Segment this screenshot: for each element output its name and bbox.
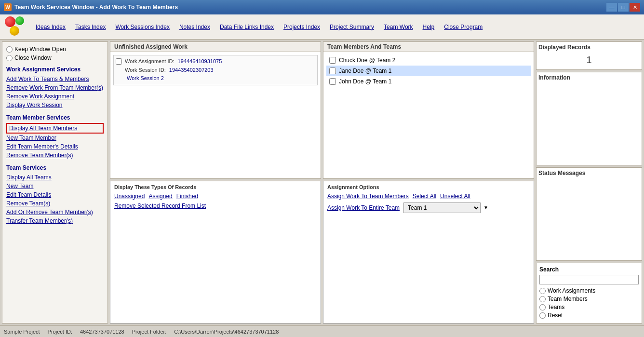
work-assignment-id-label: Work Assignment ID: xyxy=(125,58,174,64)
right-panel: Displayed Records 1 Information Status M… xyxy=(536,41,642,324)
sidebar-remove-team-members[interactable]: Remove Team Member(s) xyxy=(6,151,104,160)
type-assigned[interactable]: Assigned xyxy=(148,193,172,200)
sidebar-edit-team-details[interactable]: Edit Team Details xyxy=(6,190,104,199)
sidebar-remove-teams[interactable]: Remove Team(s) xyxy=(6,199,104,208)
work-assignment-id-value: 194446410931075 xyxy=(178,58,222,64)
status-messages-box: Status Messages xyxy=(536,167,642,261)
team-member-checkbox-1[interactable] xyxy=(329,67,336,74)
search-work-assignments-radio[interactable]: Work Assignments xyxy=(539,287,639,294)
unfinished-work-panel: Unfinished Assigned Work Work Assignment… xyxy=(110,41,321,179)
displayed-records-title: Displayed Records xyxy=(538,44,640,51)
close-window-radio[interactable]: Close Window xyxy=(6,54,104,61)
team-members-title: Team Members And Teams xyxy=(323,42,534,52)
title-bar: W Team Work Services Window - Add Work T… xyxy=(0,0,644,14)
search-reset-radio[interactable]: Reset xyxy=(539,312,639,319)
sidebar-remove-work-assignment[interactable]: Remove Work Assignment xyxy=(6,92,104,101)
sidebar-display-work-session[interactable]: Display Work Session xyxy=(6,101,104,109)
left-column: Unfinished Assigned Work Work Assignment… xyxy=(110,41,321,324)
menu-notes-index[interactable]: Notes Index xyxy=(175,22,214,32)
sidebar-transfer-team-members[interactable]: Transfer Team Member(s) xyxy=(6,216,104,225)
center-columns: Unfinished Assigned Work Work Assignment… xyxy=(110,41,534,324)
remove-selected-record[interactable]: Remove Selected Record From List xyxy=(114,202,317,209)
information-box: Information xyxy=(536,72,642,165)
status-bar: Sample Project Project ID: 4642737370711… xyxy=(0,325,644,337)
search-team-members-radio[interactable]: Team Members xyxy=(539,296,639,302)
work-session-id-value: 194435402307203 xyxy=(169,67,214,73)
menu-ideas-index[interactable]: Ideas Index xyxy=(32,22,69,32)
search-box: Search Work Assignments Team Members Tea… xyxy=(536,263,642,324)
unfinished-work-body: Work Assignment ID: 194446410931075 Work… xyxy=(110,52,321,178)
menu-tasks-index[interactable]: Tasks Index xyxy=(71,22,109,32)
team-services-title: Team Services xyxy=(6,164,104,171)
menu-bar: Ideas Index Tasks Index Work Sessions In… xyxy=(0,14,644,40)
search-title: Search xyxy=(539,266,639,273)
menu-projects-index[interactable]: Projects Index xyxy=(280,22,324,32)
team-select[interactable]: Team 1 Team 2 Team 3 xyxy=(403,202,481,213)
center-area: Unfinished Assigned Work Work Assignment… xyxy=(110,41,534,324)
maximize-button[interactable]: □ xyxy=(618,3,629,12)
work-record-checkbox[interactable] xyxy=(116,58,122,65)
app-logo xyxy=(5,16,26,38)
team-member-name-0: Chuck Doe @ Team 2 xyxy=(339,57,395,64)
right-column: Team Members And Teams Chuck Doe @ Team … xyxy=(323,41,534,324)
status-project-folder-label: Project Folder: xyxy=(132,329,167,335)
team-member-name-1: Jane Doe @ Team 1 xyxy=(339,67,391,74)
sidebar-display-all-teams[interactable]: Display All Teams xyxy=(6,173,104,182)
minimize-button[interactable]: — xyxy=(606,3,617,12)
team-member-services-title: Team Member Services xyxy=(6,114,104,121)
team-member-item[interactable]: Chuck Doe @ Team 2 xyxy=(326,55,531,66)
menu-project-summary[interactable]: Project Summary xyxy=(326,22,378,32)
search-input[interactable] xyxy=(539,275,639,284)
main-container: Keep Window Open Close Window Work Assig… xyxy=(0,40,644,325)
type-unassigned[interactable]: Unassigned xyxy=(114,193,145,200)
sidebar-new-team[interactable]: New Team xyxy=(6,182,104,190)
display-types-title: Display These Types Of Records xyxy=(114,184,317,190)
keep-window-open-radio[interactable]: Keep Window Open xyxy=(6,46,104,53)
displayed-records-box: Displayed Records 1 xyxy=(536,41,642,70)
menu-help[interactable]: Help xyxy=(419,22,439,32)
status-messages-title: Status Messages xyxy=(538,170,640,176)
search-reset-label: Reset xyxy=(548,312,563,319)
menu-team-work[interactable]: Team Work xyxy=(380,22,416,32)
assign-to-members-btn[interactable]: Assign Work To Team Members xyxy=(327,193,409,200)
displayed-records-count: 1 xyxy=(538,53,640,67)
sidebar-display-all-team-members[interactable]: Display All Team Members xyxy=(6,123,104,134)
select-all-btn[interactable]: Select All xyxy=(413,193,436,200)
team-member-checkbox-0[interactable] xyxy=(329,57,336,64)
sidebar-new-team-member[interactable]: New Team Member xyxy=(6,134,104,142)
information-title: Information xyxy=(538,74,640,81)
work-record: Work Assignment ID: 194446410931075 Work… xyxy=(113,55,318,85)
search-work-assignments-label: Work Assignments xyxy=(548,287,595,294)
type-finished[interactable]: Finished xyxy=(176,193,198,200)
close-button[interactable]: ✕ xyxy=(630,3,640,12)
sidebar-edit-team-member-details[interactable]: Edit Team Member's Details xyxy=(6,142,104,151)
menu-close-program[interactable]: Close Program xyxy=(440,22,486,32)
team-member-item[interactable]: Jane Doe @ Team 1 xyxy=(326,66,531,76)
assign-to-members-row: Assign Work To Team Members Select All U… xyxy=(327,193,530,200)
title-bar-text: Team Work Services Window - Add Work To … xyxy=(14,4,178,11)
team-member-item[interactable]: John Doe @ Team 1 xyxy=(326,76,531,87)
work-record-fields: Work Assignment ID: 194446410931075 Work… xyxy=(125,57,222,83)
assign-to-team-btn[interactable]: Assign Work To Entire Team xyxy=(327,204,400,211)
work-assignment-services-title: Work Assignment Services xyxy=(6,66,104,73)
menu-work-sessions-index[interactable]: Work Sessions Index xyxy=(111,22,174,32)
unfinished-work-title: Unfinished Assigned Work xyxy=(110,42,321,52)
status-project-id-label: Project ID: xyxy=(48,329,72,335)
status-messages-content xyxy=(538,178,640,222)
work-session-name: Work Session 2 xyxy=(127,75,164,81)
search-team-members-label: Team Members xyxy=(548,296,588,302)
team-member-name-2: John Doe @ Team 1 xyxy=(339,78,391,85)
search-teams-radio[interactable]: Teams xyxy=(539,304,639,310)
unselect-all-btn[interactable]: Unselect All xyxy=(440,193,470,200)
sidebar-add-remove-team-members[interactable]: Add Or Remove Team Member(s) xyxy=(6,208,104,216)
assignment-options-panel: Assignment Options Assign Work To Team M… xyxy=(323,181,534,324)
team-members-body: Chuck Doe @ Team 2 Jane Doe @ Team 1 Joh… xyxy=(323,52,534,178)
record-type-links: Unassigned Assigned Finished xyxy=(114,193,317,200)
assignment-options-title: Assignment Options xyxy=(327,184,530,190)
team-member-checkbox-2[interactable] xyxy=(329,78,336,85)
sidebar-remove-work-from-member[interactable]: Remove Work From Team Member(s) xyxy=(6,83,104,92)
window-controls: — □ ✕ xyxy=(606,3,640,12)
team-members-panel: Team Members And Teams Chuck Doe @ Team … xyxy=(323,41,534,179)
sidebar-add-work-to-teams[interactable]: Add Work To Teams & Members xyxy=(6,75,104,83)
menu-data-file-links-index[interactable]: Data File Links Index xyxy=(216,22,278,32)
